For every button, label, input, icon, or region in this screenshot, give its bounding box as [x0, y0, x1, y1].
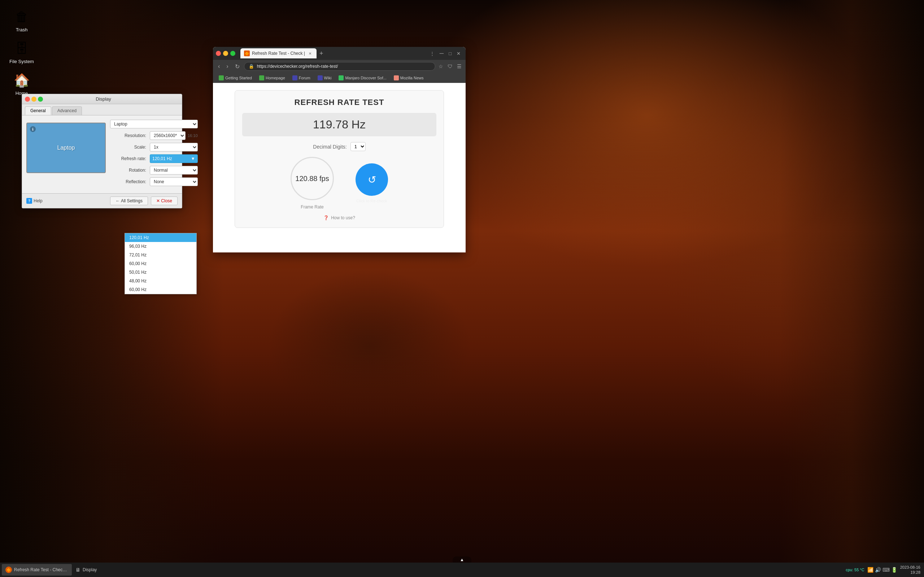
lock-icon: 🔒	[249, 64, 254, 69]
help-circle-icon: ❓	[323, 215, 329, 220]
tab-general[interactable]: General	[25, 106, 51, 115]
tray-icon-volume[interactable]: 🔊	[875, 567, 881, 573]
bookmark-favicon-wiki	[318, 76, 323, 81]
monitor-select[interactable]: Laptop	[110, 120, 198, 128]
bookmark-star-button[interactable]: ☆	[438, 62, 444, 70]
window-close-btn[interactable]: ✕	[454, 51, 463, 56]
bookmark-label-manjaro: Manjaro Discover Sof...	[345, 76, 386, 80]
browser-tab-active[interactable]: 🔶 Refresh Rate Test - Check | ✕	[241, 48, 317, 58]
panel-up-arrow-button[interactable]: ▲	[452, 556, 472, 563]
tab-close-button[interactable]: ✕	[307, 50, 313, 56]
how-to-use[interactable]: ❓ How to use?	[323, 215, 355, 220]
desktop-icons-container: 🗑 Trash 🗄 File System 🏠 Home	[0, 0, 43, 104]
taskbar-display-label: Display	[82, 567, 97, 572]
reflection-select[interactable]: None	[150, 177, 198, 186]
browser-close-button[interactable]	[216, 51, 221, 56]
tab-advanced[interactable]: Advanced	[52, 106, 82, 115]
cpu-temp-display: cpu: 55 °C	[846, 567, 864, 572]
tray-icon-keyboard[interactable]: ⌨	[882, 567, 890, 573]
close-button[interactable]: ✕ Close	[151, 197, 178, 205]
bookmark-forum[interactable]: Forum	[289, 75, 313, 81]
decimal-digits-select[interactable]: 1 2 3	[351, 142, 366, 151]
dropdown-item-48[interactable]: 48,00 Hz	[125, 277, 196, 285]
preview-label: Laptop	[57, 145, 75, 151]
bookmark-getting-started[interactable]: Getting Started	[216, 75, 255, 81]
fps-circle: 120.88 fps	[291, 157, 334, 200]
dropdown-item-50[interactable]: 50,01 Hz	[125, 268, 196, 277]
dropdown-item-60b[interactable]: 60,00 Hz	[125, 285, 196, 294]
dropdown-item-60a[interactable]: 60,00 Hz	[125, 259, 196, 268]
refresh-rate-dropdown: 120,01 Hz 96,03 Hz 72,01 Hz 60,00 Hz 50,…	[124, 233, 197, 294]
shield-button[interactable]: 🛡	[446, 62, 454, 70]
dialog-minimize-button[interactable]	[31, 97, 36, 102]
bottom-panel: ▲	[0, 557, 924, 562]
trash-label: Trash	[16, 27, 28, 32]
refresh-selected-value: 120,01 Hz	[152, 156, 172, 161]
dialog-title: Display	[46, 96, 161, 102]
how-to-use-text: How to use?	[331, 215, 355, 220]
refresh-select-display[interactable]: 120,01 Hz ▼	[150, 154, 198, 163]
scale-label: Scale:	[110, 145, 150, 150]
resolution-select[interactable]: 2560x1600*	[150, 131, 186, 140]
bookmark-label-getting-started: Getting Started	[225, 76, 252, 80]
browser-minimize-button[interactable]	[223, 51, 228, 56]
help-button[interactable]: ? Help	[26, 198, 43, 204]
hz-display: 119.78 Hz	[242, 113, 436, 136]
window-minimize-btn[interactable]: ─	[438, 50, 446, 56]
desktop-icon-filesystem[interactable]: 🗄 File System	[7, 37, 36, 67]
decimal-label: Decimal Digits:	[313, 144, 347, 150]
display-preview: ℹ Laptop	[26, 122, 106, 173]
dropdown-item-96[interactable]: 96,03 Hz	[125, 242, 196, 251]
rotation-label: Rotation:	[110, 168, 150, 173]
dialog-maximize-button[interactable]	[38, 97, 43, 102]
tray-icon-network[interactable]: 📶	[867, 567, 874, 573]
help-icon: ?	[26, 198, 32, 204]
browser-maximize-button[interactable]	[230, 51, 235, 56]
help-label: Help	[34, 198, 43, 203]
rock-overlay-right	[780, 0, 924, 577]
recheck-label: Click to Re-check	[356, 199, 387, 203]
recheck-button[interactable]: ↺	[355, 163, 388, 196]
dialog-close-button[interactable]	[25, 97, 30, 102]
bookmark-mozilla[interactable]: Mozilla News	[391, 75, 426, 81]
extensions-button[interactable]: ⋮	[428, 51, 437, 56]
dropdown-item-72[interactable]: 72,01 Hz	[125, 251, 196, 259]
taskbar-time: 19:28	[900, 570, 921, 575]
reflection-row: Reflection: None	[110, 177, 198, 186]
desktop: 🗑 Trash 🗄 File System 🏠 Home 🔶 Refresh R…	[0, 0, 924, 577]
bookmark-wiki[interactable]: Wiki	[315, 75, 334, 81]
bookmark-label-forum: Forum	[299, 76, 310, 80]
browser-content: REFRESH RATE TEST 119.78 Hz Decimal Digi…	[213, 83, 465, 253]
forward-button[interactable]: ›	[224, 62, 230, 70]
trash-icon: 🗑	[13, 8, 30, 26]
refresh-row: Refresh rate: 120,01 Hz ▼	[110, 154, 198, 163]
taskbar-left: 🔶 Refresh Rate Test - Check ... 🖥 Displa…	[0, 564, 846, 575]
taskbar-item-browser[interactable]: 🔶 Refresh Rate Test - Check ...	[2, 564, 72, 575]
bookmark-favicon-homepage	[259, 76, 264, 81]
dropdown-item-120[interactable]: 120,01 Hz	[125, 233, 196, 242]
all-settings-button[interactable]: ← All Settings	[110, 197, 148, 205]
page-title: REFRESH RATE TEST	[294, 98, 384, 107]
tray-icon-battery[interactable]: 🔋	[891, 567, 897, 573]
scale-select[interactable]: 1x	[150, 143, 198, 152]
back-button[interactable]: ‹	[216, 62, 222, 70]
refresh-dropdown-arrow: ▼	[191, 156, 195, 161]
bookmark-homepage[interactable]: Homepage	[256, 75, 288, 81]
address-bar[interactable]: 🔒 https://devicechecker.org/refresh-rate…	[244, 62, 435, 71]
new-tab-button[interactable]: +	[317, 50, 326, 57]
bookmark-manjaro[interactable]: Manjaro Discover Sof...	[336, 75, 389, 81]
preview-info-dot: ℹ	[30, 126, 36, 132]
tab-favicon: 🔶	[244, 50, 250, 56]
preview-section: ℹ Laptop	[26, 120, 106, 176]
ratio-text: 16:10	[188, 134, 198, 138]
menu-button[interactable]: ☰	[456, 62, 463, 70]
fps-value: 120.88 fps	[295, 174, 329, 183]
taskbar-right: cpu: 55 °C 📶 🔊 ⌨ 🔋 2023-08-16 19:28	[846, 565, 924, 575]
window-maximize-btn[interactable]: □	[446, 51, 454, 56]
rotation-select[interactable]: Normal	[150, 166, 198, 174]
bookmark-label-mozilla: Mozilla News	[400, 76, 424, 80]
desktop-icon-trash[interactable]: 🗑 Trash	[7, 5, 36, 35]
taskbar-date: 2023-08-16	[900, 565, 921, 570]
reload-button[interactable]: ↻	[233, 62, 242, 71]
taskbar-item-display[interactable]: 🖥 Display	[72, 564, 100, 575]
